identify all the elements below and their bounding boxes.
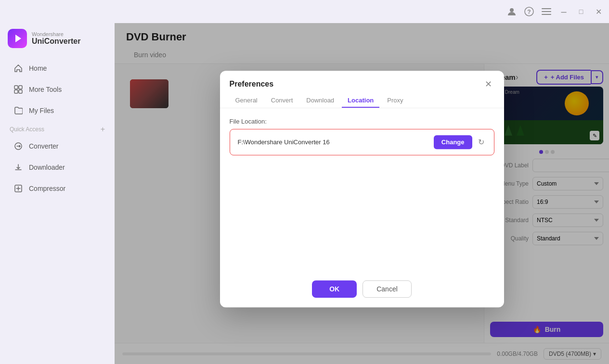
svg-rect-7 (14, 86, 18, 89)
menu-icon[interactable] (542, 7, 551, 16)
dialog-tabs: General Convert Download Location Proxy (220, 90, 504, 108)
svg-rect-8 (19, 86, 22, 89)
file-location-input[interactable] (238, 138, 430, 146)
svg-rect-10 (19, 90, 22, 93)
sidebar-item-compressor[interactable]: Compressor (4, 179, 111, 198)
home-icon (13, 63, 23, 73)
maximize-button[interactable]: □ (576, 7, 586, 16)
title-bar-controls: ? – □ ✕ (507, 7, 603, 16)
dialog-tab-download[interactable]: Download (300, 94, 340, 108)
dialog-close-button[interactable]: ✕ (483, 78, 494, 90)
dialog-spacer (220, 165, 504, 271)
sidebar-item-converter[interactable]: Converter (4, 137, 111, 156)
downloader-icon (13, 163, 23, 172)
refresh-location-button[interactable]: ↻ (476, 136, 486, 149)
dialog-tab-convert[interactable]: Convert (265, 94, 299, 108)
svg-point-0 (510, 8, 514, 12)
preferences-dialog: Preferences ✕ General Convert Download L… (220, 71, 504, 307)
sidebar-item-home-label: Home (29, 64, 47, 72)
app-logo (8, 29, 27, 48)
compressor-icon (13, 184, 23, 193)
sidebar-item-more-tools[interactable]: More Tools (4, 80, 111, 99)
cancel-button[interactable]: Cancel (363, 280, 412, 298)
dialog-tab-proxy[interactable]: Proxy (381, 94, 409, 108)
svg-rect-5 (542, 14, 551, 15)
sidebar-item-my-files[interactable]: My Files (4, 101, 111, 120)
svg-marker-6 (15, 35, 21, 42)
quick-access-label: Quick Access (10, 126, 44, 133)
user-icon[interactable] (507, 7, 517, 16)
dialog-title: Preferences (230, 80, 274, 88)
svg-rect-3 (542, 8, 551, 9)
change-location-button[interactable]: Change (434, 135, 472, 149)
dialog-tab-location[interactable]: Location (342, 94, 379, 108)
more-tools-icon (13, 85, 23, 94)
dialog-footer: OK Cancel (220, 271, 504, 307)
logo-brand: Wondershare (32, 31, 80, 37)
file-location-box: Change ↻ (230, 129, 494, 155)
quick-access-section: Quick Access + (0, 121, 115, 136)
dialog-header: Preferences ✕ (220, 71, 504, 90)
sidebar-item-downloader-label: Downloader (29, 163, 65, 171)
app-layout: Wondershare UniConverter Home Mo (0, 23, 609, 364)
main-content: DVD Burner Burn video ‹ Dream (115, 23, 609, 364)
sidebar-item-more-tools-label: More Tools (29, 86, 62, 93)
help-icon[interactable]: ? (524, 7, 534, 16)
sidebar: Wondershare UniConverter Home Mo (0, 23, 115, 364)
minimize-button[interactable]: – (559, 7, 569, 16)
dialog-tab-general[interactable]: General (230, 94, 263, 108)
my-files-icon (13, 106, 23, 115)
close-button[interactable]: ✕ (594, 7, 603, 16)
sidebar-item-downloader[interactable]: Downloader (4, 158, 111, 177)
ok-button[interactable]: OK (312, 280, 357, 298)
quick-access-add[interactable]: + (101, 125, 105, 134)
dialog-body: File Location: Change ↻ (220, 108, 504, 165)
sidebar-item-converter-label: Converter (29, 142, 58, 150)
sidebar-item-my-files-label: My Files (29, 107, 54, 114)
svg-rect-4 (542, 11, 551, 12)
sidebar-item-home[interactable]: Home (4, 59, 111, 78)
logo-name: UniConverter (32, 37, 80, 46)
logo-text: Wondershare UniConverter (32, 31, 80, 46)
svg-rect-9 (14, 90, 18, 93)
title-bar: ? – □ ✕ (0, 0, 609, 23)
sidebar-item-compressor-label: Compressor (29, 185, 65, 192)
svg-text:?: ? (527, 9, 531, 15)
logo-area: Wondershare UniConverter (0, 23, 115, 58)
converter-icon (13, 141, 23, 151)
file-location-label: File Location: (230, 118, 494, 125)
